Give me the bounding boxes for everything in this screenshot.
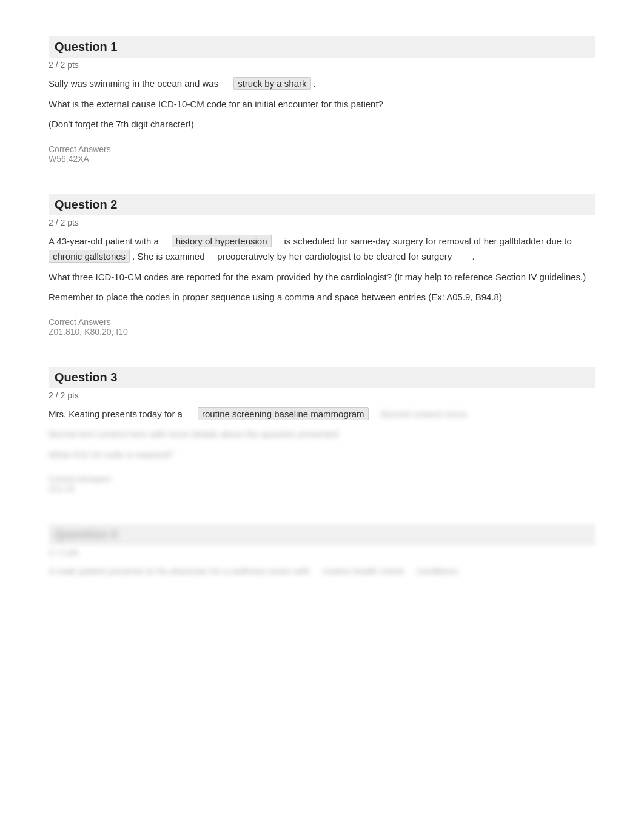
question-2-pts: 2 / 2 pts — [49, 218, 595, 227]
q1-correct-value: W56.42XA — [49, 154, 595, 164]
q1-highlight1: struck by a shark — [233, 77, 310, 90]
q2-highlight2: chronic gallstones — [49, 250, 130, 263]
question-1-header: Question 1 — [49, 36, 595, 58]
question-4-title: Question 4 — [55, 528, 589, 542]
question-2-title: Question 2 — [55, 198, 589, 212]
q3-highlight1: routine screening baseline mammogram — [198, 407, 369, 420]
question-3-blurred-line2: What ICD-10 code is required? — [49, 447, 595, 463]
question-1-correct-answers: Correct Answers W56.42XA — [49, 144, 595, 164]
question-3-pts: 2 / 2 pts — [49, 391, 595, 400]
question-3-body: Mrs. Keating presents today for a routin… — [49, 406, 595, 463]
question-2-text-line3: Remember to place the codes in proper se… — [49, 289, 595, 305]
question-4-body: A male patient presents to his physician… — [49, 563, 595, 579]
q1-suffix: . — [314, 78, 316, 89]
question-4-text-line1: A male patient presents to his physician… — [49, 563, 595, 579]
q3-prefix: Mrs. Keating presents today for a — [49, 409, 183, 419]
q2-prefix: A 43-year-old patient with a — [49, 236, 159, 246]
question-2-text-line2: What three ICD-10-CM codes are reported … — [49, 269, 595, 285]
question-1-block: Question 1 2 / 2 pts Sally was swimming … — [49, 36, 595, 164]
question-2-text-line1: A 43-year-old patient with a history of … — [49, 233, 595, 264]
question-1-pts: 2 / 2 pts — [49, 60, 595, 70]
question-3-header: Question 3 — [49, 367, 595, 388]
q3-correct-label: Correct Answers — [49, 474, 595, 484]
question-1-text-line2: What is the external cause ICD-10-CM cod… — [49, 96, 595, 112]
question-4-header: Question 4 — [49, 524, 595, 545]
q3-blurred-inline: blurred content xxxxx — [381, 409, 467, 419]
q2-correct-value: Z01.810, K80.20, I10 — [49, 327, 595, 337]
question-2-body: A 43-year-old patient with a history of … — [49, 233, 595, 305]
q3-correct-value: Z12.31 — [49, 484, 595, 494]
q2-highlight1: history of hypertension — [172, 235, 272, 247]
q1-correct-label: Correct Answers — [49, 144, 595, 154]
q2-suffix: . She is examined preoperatively by her … — [132, 251, 474, 261]
question-1-text-line3: (Don't forget the 7th digit character!) — [49, 116, 595, 132]
question-2-correct-answers: Correct Answers Z01.810, K80.20, I10 — [49, 317, 595, 337]
question-1-text-line1: Sally was swimming in the ocean and was … — [49, 76, 595, 92]
question-1-body: Sally was swimming in the ocean and was … — [49, 76, 595, 132]
q2-correct-label: Correct Answers — [49, 317, 595, 327]
question-3-title: Question 3 — [55, 371, 589, 384]
question-3-block: Question 3 2 / 2 pts Mrs. Keating presen… — [49, 367, 595, 494]
question-3-blurred-line1: blurred text content here with more deta… — [49, 426, 595, 442]
question-4-pts: 2 / 2 pts — [49, 548, 595, 557]
question-3-correct-answers: Correct Answers Z12.31 — [49, 474, 595, 494]
question-4-block: Question 4 2 / 2 pts A male patient pres… — [49, 524, 595, 579]
q2-middle: is scheduled for same-day surgery for re… — [284, 236, 571, 246]
question-3-text-line1: Mrs. Keating presents today for a routin… — [49, 406, 595, 422]
question-2-block: Question 2 2 / 2 pts A 43-year-old patie… — [49, 194, 595, 337]
question-1-title: Question 1 — [55, 40, 589, 54]
question-2-header: Question 2 — [49, 194, 595, 215]
q1-prefix: Sally was swimming in the ocean and was — [49, 78, 218, 89]
